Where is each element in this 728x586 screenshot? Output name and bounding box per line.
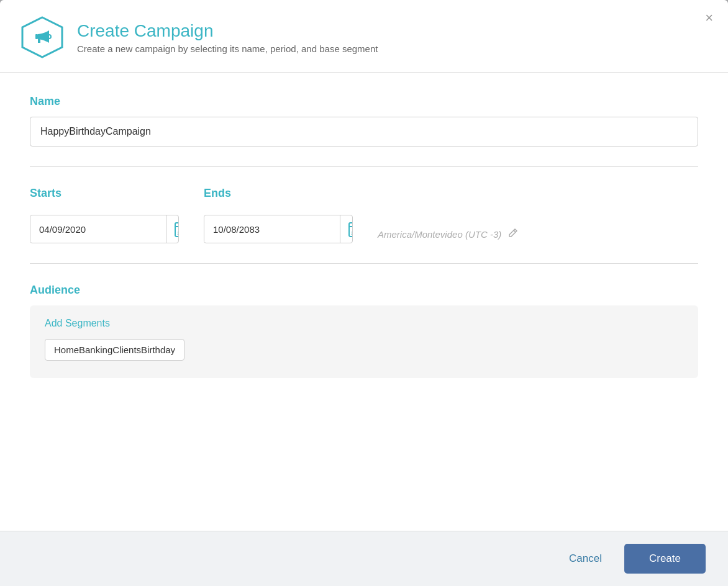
header-icon-wrap — [20, 15, 65, 60]
ends-calendar-button[interactable]: 25 — [340, 215, 353, 243]
ends-label: Ends — [204, 187, 353, 200]
campaign-name-input[interactable] — [30, 117, 698, 146]
cancel-button[interactable]: Cancel — [559, 546, 612, 571]
starts-label: Starts — [30, 187, 179, 200]
ends-field: Ends 25 — [204, 187, 353, 243]
divider-1 — [30, 166, 698, 167]
name-section: Name — [30, 95, 698, 146]
create-button[interactable]: Create — [624, 544, 706, 574]
close-button[interactable]: × — [705, 11, 713, 25]
starts-field: Starts 25 — [30, 187, 179, 243]
ends-date-input[interactable] — [204, 217, 340, 242]
audience-section: Audience Add Segments HomeBankingClients… — [30, 284, 698, 378]
svg-text:25: 25 — [178, 230, 179, 236]
starts-input-wrap: 25 — [30, 215, 179, 243]
megaphone-icon — [32, 25, 53, 49]
svg-rect-7 — [178, 228, 179, 231]
starts-date-input[interactable] — [30, 217, 166, 242]
dates-row: Starts 25 — [30, 187, 698, 243]
create-campaign-modal: Create Campaign Create a new campaign by… — [0, 0, 728, 586]
modal-title: Create Campaign — [77, 20, 378, 42]
edit-timezone-button[interactable] — [507, 227, 519, 241]
modal-header: Create Campaign Create a new campaign by… — [0, 0, 728, 73]
segment-tag: HomeBankingClientsBirthday — [45, 339, 184, 361]
calendar-icon-ends: 25 — [348, 220, 353, 238]
modal-footer: Cancel Create — [0, 531, 728, 586]
timezone-text: America/Montevideo (UTC -3) — [378, 229, 501, 240]
name-label: Name — [30, 95, 698, 108]
add-segments-button[interactable]: Add Segments — [45, 318, 110, 329]
calendar-icon: 25 — [174, 220, 179, 238]
header-text-block: Create Campaign Create a new campaign by… — [77, 20, 378, 55]
campaign-icon-hexagon — [20, 15, 65, 60]
svg-text:25: 25 — [352, 230, 353, 236]
pencil-icon — [507, 227, 519, 238]
modal-overlay: Create Campaign Create a new campaign by… — [0, 0, 728, 586]
ends-input-wrap: 25 — [204, 215, 353, 243]
divider-2 — [30, 263, 698, 264]
starts-calendar-button[interactable]: 25 — [166, 215, 179, 243]
audience-label: Audience — [30, 284, 698, 297]
svg-rect-13 — [352, 228, 353, 231]
modal-body: Name Starts — [0, 73, 728, 531]
audience-box: Add Segments HomeBankingClientsBirthday — [30, 305, 698, 378]
modal-subtitle: Create a new campaign by selecting its n… — [77, 43, 378, 54]
timezone-area: America/Montevideo (UTC -3) — [378, 227, 519, 243]
svg-rect-1 — [35, 34, 38, 39]
svg-line-15 — [514, 230, 516, 232]
